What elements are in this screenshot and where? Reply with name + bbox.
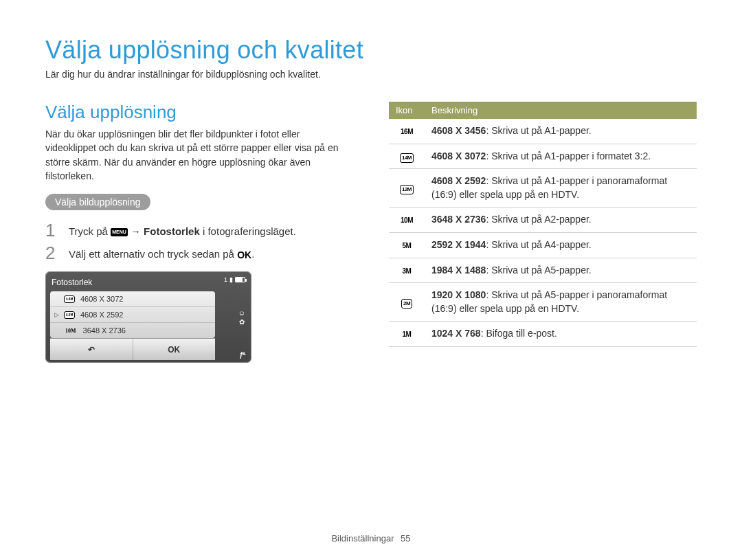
table-cell-desc: 2592 X 1944: Skriva ut på A4-papper. xyxy=(425,232,697,258)
step-2: 2 Välj ett alternativ och tryck sedan på… xyxy=(45,244,348,262)
steps-list: 1 Tryck på MENU → Fotostorlek i fotograf… xyxy=(45,221,348,262)
table-cell-desc: 1984 X 1488: Skriva ut på A5-papper. xyxy=(425,258,697,283)
table-cell-desc: 1024 X 768: Bifoga till e-post. xyxy=(425,322,697,347)
res-icon: 10M xyxy=(64,328,78,334)
camera-side-indicators: 1 ▮ ☺ ✿ ƒᴬ xyxy=(222,276,247,360)
resolution-list: 14M 4608 X 3072 ▷ 12M 4608 X 2592 10M 36… xyxy=(50,291,215,338)
resolution-size-icon: 10M xyxy=(397,216,416,225)
camera-preview: Fotostorlek 14M 4608 X 3072 ▷ 12M 4608 X… xyxy=(45,271,251,363)
step-number-2: 2 xyxy=(45,244,58,262)
resolution-desc: : Skriva ut på A5-papper. xyxy=(486,265,591,276)
resolution-value: 2592 X 1944 xyxy=(431,239,486,250)
resolution-value: 4608 X 3072 xyxy=(431,150,486,161)
right-column: Ikon Beskrivning 16M4608 X 3456: Skriva … xyxy=(389,102,697,363)
resolution-value: 1024 X 768 xyxy=(431,328,481,339)
back-icon: ↶ xyxy=(88,345,95,355)
section-description: När du ökar upplösningen blir det fler b… xyxy=(45,127,348,183)
page-title: Välja upplösning och kvalitet xyxy=(45,36,697,65)
table-cell-desc: 4608 X 3072: Skriva ut på A1-papper i fo… xyxy=(425,144,697,169)
table-cell-icon: 5M xyxy=(389,232,425,258)
step-number-1: 1 xyxy=(45,221,58,239)
step2-text-pre: Välj ett alternativ och tryck sedan på xyxy=(69,248,237,260)
resolution-table: Ikon Beskrivning 16M4608 X 3456: Skriva … xyxy=(389,102,697,347)
count-indicator: 1 xyxy=(224,276,227,283)
step1-bold: Fotostorlek xyxy=(144,225,200,237)
table-cell-icon: 12M xyxy=(389,169,425,208)
table-cell-desc: 1920 X 1080: Skriva ut på A5-papper i pa… xyxy=(425,283,697,322)
resolution-option[interactable]: ▷ 12M 4608 X 2592 xyxy=(50,306,215,322)
camera-back-button[interactable]: ↶ xyxy=(50,339,133,360)
selection-pointer-icon: ▷ xyxy=(54,311,59,318)
res-label: 3648 X 2736 xyxy=(83,326,126,335)
table-header-icon: Ikon xyxy=(389,102,425,119)
resolution-value: 1984 X 1488 xyxy=(431,265,486,276)
table-cell-icon: 14M xyxy=(389,144,425,169)
flash-auto-icon: ƒᴬ xyxy=(239,351,245,359)
left-column: Välja upplösning När du ökar upplösninge… xyxy=(45,102,348,363)
table-cell-icon: 2M xyxy=(389,283,425,322)
table-cell-icon: 10M xyxy=(389,208,425,233)
table-row: 10M3648 X 2736: Skriva ut på A2-papper. xyxy=(389,208,697,233)
resolution-value: 4608 X 2592 xyxy=(431,175,486,186)
step2-text-post: . xyxy=(251,248,254,260)
res-label: 4608 X 3072 xyxy=(80,295,123,303)
storage-icon: ▮ xyxy=(229,276,233,283)
res-icon: 12M xyxy=(64,311,75,319)
subsection-pill: Välja bildupplösning xyxy=(45,194,150,210)
section-title: Välja upplösning xyxy=(45,102,348,123)
step1-text-pre: Tryck på xyxy=(69,225,111,237)
page-description: Lär dig hur du ändrar inställningar för … xyxy=(45,69,697,80)
table-row: 12M4608 X 2592: Skriva ut på A1-papper i… xyxy=(389,169,697,208)
res-label: 4608 X 2592 xyxy=(80,311,123,319)
flower-icon: ✿ xyxy=(238,318,245,326)
face-detect-icon: ☺ xyxy=(238,309,245,317)
resolution-option[interactable]: 10M 3648 X 2736 xyxy=(50,322,215,338)
resolution-size-icon: 14M xyxy=(400,153,414,163)
table-row: 2M1920 X 1080: Skriva ut på A5-papper i … xyxy=(389,283,697,322)
resolution-size-icon: 12M xyxy=(400,185,414,194)
resolution-value: 4608 X 3456 xyxy=(431,125,486,136)
resolution-size-icon: 3M xyxy=(397,267,416,276)
table-row: 3M1984 X 1488: Skriva ut på A5-papper. xyxy=(389,258,697,283)
res-icon: 14M xyxy=(64,295,75,303)
table-cell-icon: 1M xyxy=(389,322,425,347)
table-cell-desc: 4608 X 2592: Skriva ut på A1-papper i pa… xyxy=(425,169,697,208)
table-row: 5M2592 X 1944: Skriva ut på A4-papper. xyxy=(389,232,697,258)
step1-text-post: i fotograferingsläget. xyxy=(200,225,296,237)
resolution-desc: : Skriva ut på A1-papper i formatet 3:2. xyxy=(486,150,651,161)
footer-section: Bildinställningar xyxy=(331,533,394,544)
resolution-size-icon: 1M xyxy=(397,330,416,339)
arrow-icon: → xyxy=(128,225,144,237)
camera-bottom-bar: ↶ OK xyxy=(50,338,215,360)
step-1: 1 Tryck på MENU → Fotostorlek i fotograf… xyxy=(45,221,348,240)
resolution-value: 1920 X 1080 xyxy=(431,289,486,300)
battery-icon xyxy=(235,277,245,282)
resolution-option[interactable]: 14M 4608 X 3072 xyxy=(50,291,215,306)
camera-ok-button[interactable]: OK xyxy=(133,339,216,360)
resolution-desc: : Skriva ut på A2-papper. xyxy=(486,214,591,225)
table-row: 1M1024 X 768: Bifoga till e-post. xyxy=(389,322,697,347)
resolution-value: 3648 X 2736 xyxy=(431,214,486,225)
camera-title: Fotostorlek xyxy=(52,278,215,287)
resolution-size-icon: 5M xyxy=(397,241,416,251)
table-row: 14M4608 X 3072: Skriva ut på A1-papper i… xyxy=(389,144,697,169)
resolution-desc: : Skriva ut på A4-papper. xyxy=(486,239,591,250)
table-cell-desc: 3648 X 2736: Skriva ut på A2-papper. xyxy=(425,208,697,233)
menu-icon: MENU xyxy=(111,228,128,236)
footer: Bildinställningar 55 xyxy=(0,533,742,544)
ok-icon: OK xyxy=(237,251,251,258)
resolution-desc: : Bifoga till e-post. xyxy=(481,328,557,339)
table-header-desc: Beskrivning xyxy=(425,102,697,119)
table-cell-desc: 4608 X 3456: Skriva ut på A1-papper. xyxy=(425,119,697,144)
resolution-size-icon: 16M xyxy=(397,127,416,137)
resolution-size-icon: 2M xyxy=(401,299,412,309)
resolution-desc: : Skriva ut på A1-papper. xyxy=(486,125,591,136)
table-cell-icon: 3M xyxy=(389,258,425,283)
footer-page-number: 55 xyxy=(401,533,410,544)
table-cell-icon: 16M xyxy=(389,119,425,144)
table-row: 16M4608 X 3456: Skriva ut på A1-papper. xyxy=(389,119,697,144)
